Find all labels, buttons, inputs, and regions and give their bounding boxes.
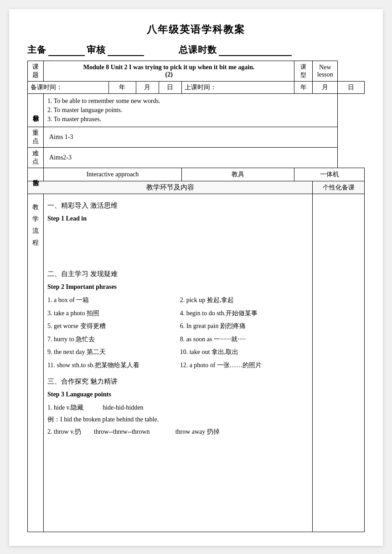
phrase4: 4. begin to do sth.开始做某事 [180,308,309,320]
new-lesson-line1: New [316,64,334,71]
key-content-cell: Aims 1-3 [44,127,338,148]
section-header-right: 个性化备课 [313,181,365,194]
flow-label-bottom2: 程 [31,239,40,247]
diff-row: 难点 Aims2-3 [28,148,365,168]
diff-content-cell: Aims2-3 [44,148,338,168]
section3-step: Step 3 Language points [47,389,309,400]
course-title-row: 课题 Module 8 Unit 2 I was trying to pick … [28,61,365,82]
flow-label-cell: 教 学 流 程 [28,194,44,532]
lp2-line1: 2. throw v.扔 throw--threw--thrown throw … [47,426,309,438]
method-content-cell: Interactive approach [44,168,182,181]
aim1: 1. To be able to remember some new words… [47,97,334,105]
key-label-cell: 重点 [28,127,44,148]
lp1-label: 1. hide v.隐藏 [47,404,83,411]
phrase12: 12. a photo of 一张……的照片 [180,359,309,372]
new-lesson-line2: lesson [316,71,334,78]
phrase2: 2. pick up 捡起,拿起 [180,294,309,307]
lp2-label: 2. throw v.扔 [47,428,81,435]
prep-label: 主备 [27,44,46,56]
lp1-forms: hide-hid-hidden [103,404,143,411]
phrase7: 7. hurry to 急忙去 [47,333,176,346]
section2-step: Step 2 Important phrases [47,281,309,292]
flow-row: 教 学 流 程 一、精彩导入 激活思维 Step 1 Lead in 二、自主学… [28,194,365,532]
phrase11: 11. show sth.to sb.把某物给某人看 [47,359,176,372]
section-header-row: 教学环节及内容 个性化备课 [28,181,365,194]
review-label: 审核 [87,44,106,56]
lp1-line1: 1. hide v.隐藏 hide-hid-hidden [47,402,309,414]
date-row: 备课时间： 年 月 日 上课时间： 年 月 日 [28,82,365,94]
course-title-line1: Module 8 Unit 2 I was trying to pick it … [47,64,290,71]
header-line: 主备 审核 总课时数 [27,44,365,56]
phrase8: 8. as soon as 一·······就····· [180,333,309,346]
main-table: 课题 Module 8 Unit 2 I was trying to pick … [27,61,365,532]
phrase5: 5. get worse 变得更糟 [47,320,176,333]
day2-cell: 日 [338,82,365,94]
phrase3: 3. take a photo 拍照 [47,308,176,320]
key-row: 重点 Aims 1-3 [28,127,365,148]
class-time-label: 上课时间： [181,82,294,94]
section-header-left: 教学环节及内容 [28,181,313,194]
day1-cell: 日 [159,82,181,94]
flow-content-cell: 一、精彩导入 激活思维 Step 1 Lead in 二、自主学习 发现疑难 S… [44,194,313,532]
flow-label-mid: 学 [31,215,40,223]
total-field [219,45,292,56]
month2-cell: 月 [313,82,338,94]
page-title: 八年级英语学科教案 [27,23,365,36]
aims-label-cell: 教学目标 [28,94,44,127]
year1-cell: 年 [108,82,136,94]
prep-time-label: 备课时间： [28,82,109,94]
tools-value-cell: 一体机 [294,168,365,181]
phrase1: 1. a box of 一箱 [47,294,176,307]
page: 八年级英语学科教案 主备 审核 总课时数 课题 Module 8 Unit 2 … [9,9,383,546]
lp2-forms: throw--threw--thrown [94,428,150,435]
phrases-grid: 1. a box of 一箱 2. pick up 捡起,拿起 3. take … [47,294,309,372]
phrase9: 9. the next day 第二天 [47,346,176,359]
method-label-cell: 教学方法 [28,168,44,181]
month1-cell: 月 [136,82,159,94]
course-type-label: 课型 [294,61,313,82]
aims-row: 教学目标 1. To be able to remember some new … [28,94,365,127]
section1-title: 一、精彩导入 激活思维 [47,200,309,212]
new-lesson-cell: New lesson [313,61,338,82]
section2-title: 二、自主学习 发现疑难 [47,268,309,280]
method-row: 教学方法 Interactive approach 教具 一体机 [28,168,365,181]
section1-step: Step 1 Lead in [47,213,309,224]
aim2: 2. To master language points. [47,107,334,114]
aim3: 3. To master phrases. [47,116,334,123]
course-title-line2: (2) [47,71,290,78]
total-label: 总课时数 [179,44,217,56]
section3-title: 三、合作探究 魅力精讲 [47,375,309,388]
flow-label-bottom1: 流 [31,227,40,235]
lp2-phrase: throw away 扔掉 [175,428,220,435]
course-label-cell: 课题 [28,61,44,82]
phrase10: 10. take out 拿出,取出 [180,346,309,359]
aims-content-cell: 1. To be able to remember some new words… [44,94,338,127]
flow-label-top: 教 [31,203,40,211]
course-title-cell: Module 8 Unit 2 I was trying to pick it … [44,61,294,82]
review-field [108,45,144,56]
diff-label-cell: 难点 [28,148,44,168]
tools-label-cell: 教具 [181,168,294,181]
lp1-example: 例：I hid the broken plate behind the tabl… [47,414,309,426]
year2-cell: 年 [294,82,313,94]
personal-notes-cell [313,194,365,532]
phrase6: 6. In great pain 剧烈疼痛 [180,320,309,333]
prep-field [48,45,85,56]
